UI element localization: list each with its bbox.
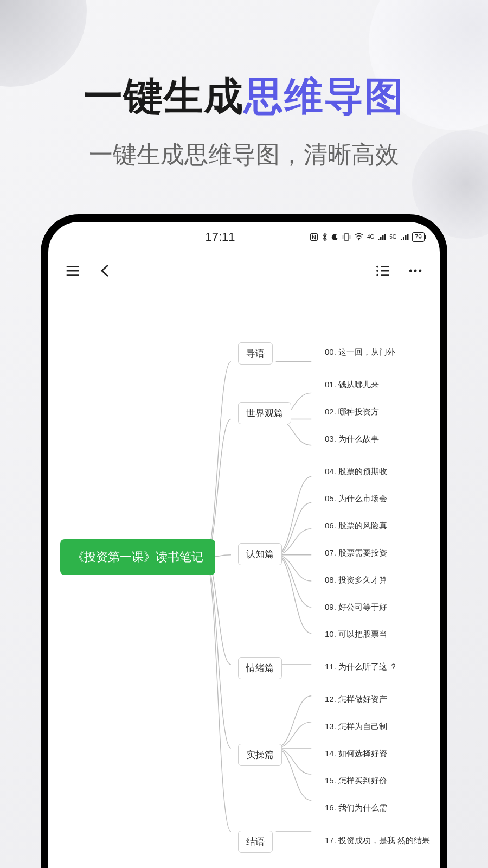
mindmap-leaf-node[interactable]: 03. 为什么故事 bbox=[325, 433, 379, 444]
svg-rect-6 bbox=[380, 237, 382, 240]
phone-frame: 17:11 4G 5G 79 《投资第一课》读书笔记 bbox=[41, 214, 447, 868]
dnd-icon bbox=[331, 233, 339, 241]
mindmap-branch-node[interactable]: 导语 bbox=[238, 342, 273, 365]
mindmap-leaf-node[interactable]: 11. 为什么听了这 ？ bbox=[325, 661, 395, 672]
mindmap-leaf-node[interactable]: 04. 股票的预期收 bbox=[325, 466, 387, 477]
mindmap-leaf-node[interactable]: 08. 投资多久才算 bbox=[325, 575, 387, 585]
svg-point-22 bbox=[409, 270, 412, 272]
app-bar bbox=[48, 252, 440, 290]
mindmap-leaf-node[interactable]: 16. 我们为什么需 bbox=[325, 802, 387, 813]
mindmap-leaf-node[interactable]: 01. 钱从哪儿来 bbox=[325, 379, 379, 390]
mindmap-leaf-node[interactable]: 14. 如何选择好资 bbox=[325, 748, 387, 759]
mindmap-leaf-node[interactable]: 13. 怎样为自己制 bbox=[325, 721, 387, 732]
svg-point-20 bbox=[376, 274, 378, 276]
hero-title: 一键生成思维导图 bbox=[0, 71, 488, 123]
mindmap-branch-node[interactable]: 世界观篇 bbox=[238, 402, 291, 424]
svg-rect-8 bbox=[384, 234, 386, 240]
back-button[interactable] bbox=[96, 261, 114, 280]
mindmap-leaf-node[interactable]: 00. 这一回，从门外 bbox=[325, 347, 395, 358]
menu-button[interactable] bbox=[63, 261, 82, 280]
mindmap-branch-node[interactable]: 认知篇 bbox=[238, 543, 282, 565]
mindmap-leaf-node[interactable]: 15. 怎样买到好价 bbox=[325, 775, 387, 786]
svg-point-23 bbox=[414, 270, 417, 272]
signal-icon-2 bbox=[400, 233, 409, 241]
status-time: 17:11 bbox=[205, 230, 235, 244]
outline-button[interactable] bbox=[374, 261, 392, 280]
mindmap-leaf-node[interactable]: 12. 怎样做好资产 bbox=[325, 694, 387, 705]
svg-rect-5 bbox=[378, 239, 380, 240]
svg-rect-9 bbox=[401, 239, 402, 240]
mindmap-leaf-node[interactable]: 09. 好公司等于好 bbox=[325, 602, 387, 612]
svg-point-4 bbox=[358, 239, 359, 240]
svg-rect-10 bbox=[403, 237, 404, 240]
mindmap-leaf-node[interactable]: 17. 投资成功，是我 然的结果 bbox=[325, 835, 395, 846]
mindmap-leaf-node[interactable]: 10. 可以把股票当 bbox=[325, 629, 387, 640]
signal-icon bbox=[377, 233, 386, 241]
svg-point-16 bbox=[376, 266, 378, 268]
mindmap-canvas[interactable]: 《投资第一课》读书笔记 00. 这一回，从门外01. 钱从哪儿来02. 哪种投资… bbox=[48, 290, 440, 868]
network-5g-label: 5G bbox=[389, 234, 396, 240]
mindmap-leaf-node[interactable]: 07. 股票需要投资 bbox=[325, 547, 387, 558]
status-bar: 17:11 4G 5G 79 bbox=[48, 222, 440, 252]
svg-rect-1 bbox=[344, 234, 349, 240]
battery-indicator: 79 bbox=[412, 232, 425, 242]
mindmap-leaf-node[interactable]: 05. 为什么市场会 bbox=[325, 493, 387, 504]
hero-subtitle: 一键生成思维导图，清晰高效 bbox=[0, 139, 488, 171]
mindmap-branch-node[interactable]: 实操篇 bbox=[238, 744, 282, 766]
hero-section: 一键生成思维导图 一键生成思维导图，清晰高效 bbox=[0, 0, 488, 171]
vibrate-icon bbox=[342, 233, 351, 241]
svg-point-18 bbox=[376, 270, 378, 272]
mindmap-leaf-node[interactable]: 06. 股票的风险真 bbox=[325, 520, 387, 531]
svg-rect-7 bbox=[382, 235, 384, 240]
mindmap-branch-node[interactable]: 结语 bbox=[238, 831, 273, 853]
hero-title-accent: 思维导图 bbox=[244, 74, 404, 118]
network-4g-label: 4G bbox=[367, 234, 374, 240]
mindmap-leaf-node[interactable]: 02. 哪种投资方 bbox=[325, 406, 379, 417]
mindmap-root-node[interactable]: 《投资第一课》读书笔记 bbox=[60, 539, 215, 575]
bluetooth-icon bbox=[322, 233, 328, 241]
svg-rect-12 bbox=[407, 234, 409, 240]
wifi-icon bbox=[354, 233, 364, 241]
mindmap-branch-node[interactable]: 情绪篇 bbox=[238, 657, 282, 679]
svg-rect-11 bbox=[405, 235, 407, 240]
svg-point-24 bbox=[419, 270, 421, 272]
nfc-icon bbox=[310, 233, 318, 241]
more-button[interactable] bbox=[406, 261, 425, 280]
hero-title-plain: 一键生成 bbox=[84, 74, 244, 118]
status-icons: 4G 5G 79 bbox=[310, 232, 425, 242]
